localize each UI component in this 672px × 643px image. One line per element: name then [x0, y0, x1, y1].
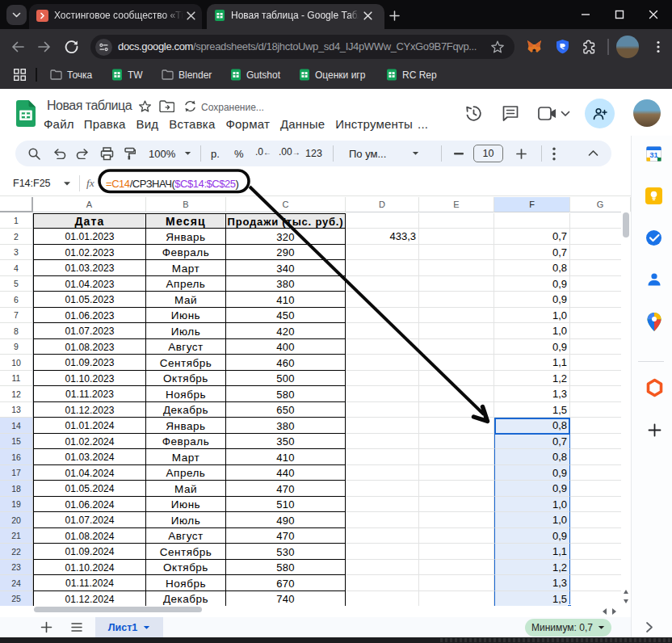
svg-text:31: 31 [649, 150, 658, 159]
